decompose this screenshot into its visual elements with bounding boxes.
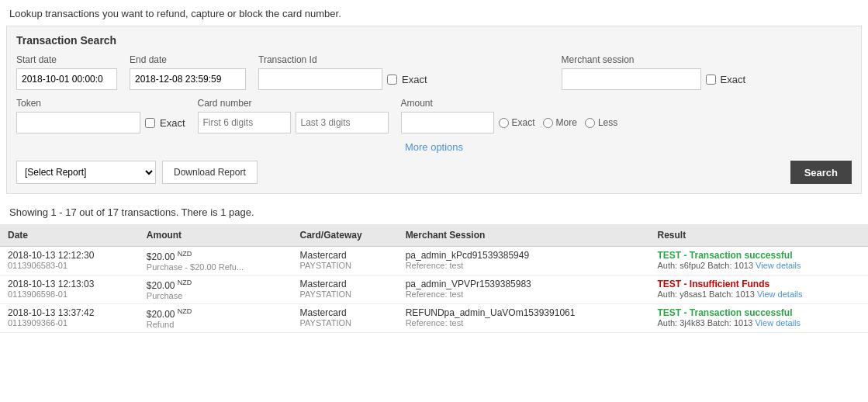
card-number-group: Card number bbox=[198, 98, 389, 133]
form-row-1: Start date End date Transaction Id Exact… bbox=[16, 54, 852, 90]
table-body: 2018-10-13 12:12:300113906583-01$20.00 N… bbox=[0, 247, 868, 333]
amount-exact-label[interactable]: Exact bbox=[499, 117, 535, 128]
row-result: TEST - Transaction successful bbox=[657, 250, 860, 261]
transaction-id-input[interactable] bbox=[258, 68, 382, 90]
col-result: Result bbox=[649, 224, 868, 247]
col-date: Date bbox=[0, 224, 139, 247]
row-merchant-sub: Reference: test bbox=[406, 318, 642, 327]
card-number-inline bbox=[198, 112, 389, 133]
view-details-link[interactable]: View details bbox=[757, 289, 803, 299]
amount-more-radio[interactable] bbox=[543, 118, 553, 128]
token-exact-group: Exact bbox=[145, 117, 185, 129]
merchant-session-exact-label: Exact bbox=[721, 74, 746, 85]
table-header: Date Amount Card/Gateway Merchant Sessio… bbox=[0, 224, 868, 247]
token-group: Token Exact bbox=[16, 98, 185, 133]
end-date-input[interactable] bbox=[130, 68, 246, 90]
transaction-id-label: Transaction Id bbox=[258, 54, 549, 65]
amount-group: Amount Exact More Less bbox=[401, 98, 852, 133]
view-details-link[interactable]: View details bbox=[755, 318, 801, 327]
search-button[interactable]: Search bbox=[790, 161, 852, 184]
row-amount: $20.00 NZD bbox=[147, 250, 285, 262]
table-header-row: Date Amount Card/Gateway Merchant Sessio… bbox=[0, 224, 868, 247]
row-merchant-sub: Reference: test bbox=[406, 289, 642, 299]
row-card-gateway: Mastercard bbox=[300, 250, 390, 261]
view-details-link[interactable]: View details bbox=[756, 261, 801, 270]
download-report-button[interactable]: Download Report bbox=[162, 161, 258, 184]
row-merchant-session: REFUNDpa_admin_UaVOm1539391061 bbox=[406, 307, 642, 318]
amount-more-label[interactable]: More bbox=[543, 117, 577, 128]
end-date-group: End date bbox=[130, 54, 246, 90]
merchant-session-label: Merchant session bbox=[562, 54, 852, 65]
row-result: TEST - Insufficient Funds bbox=[657, 279, 860, 289]
row-amount: $20.00 NZD bbox=[147, 307, 285, 320]
amount-inline: Exact More Less bbox=[401, 112, 852, 133]
row-card-gateway: Mastercard bbox=[300, 279, 390, 289]
action-row: [Select Report] Download Report Search bbox=[16, 161, 852, 184]
amount-input[interactable] bbox=[401, 112, 494, 133]
more-options-link[interactable]: More options bbox=[16, 141, 852, 153]
form-row-2: Token Exact Card number Amount bbox=[16, 98, 852, 133]
row-date: 2018-10-13 13:37:42 bbox=[8, 307, 131, 318]
amount-exact-radio[interactable] bbox=[499, 118, 509, 128]
row-auth: Auth: y8sas1 Batch: 1013 View details bbox=[657, 289, 860, 299]
row-date-ref: 0113906598-01 bbox=[8, 289, 131, 299]
search-panel: Transaction Search Start date End date T… bbox=[6, 26, 862, 194]
token-exact-label: Exact bbox=[160, 117, 185, 129]
row-date: 2018-10-13 12:12:30 bbox=[8, 250, 131, 261]
col-amount: Amount bbox=[139, 224, 292, 247]
row-result: TEST - Transaction successful bbox=[657, 307, 860, 318]
merchant-session-exact-group: Exact bbox=[706, 74, 746, 85]
row-date-ref: 0113906583-01 bbox=[8, 261, 131, 270]
start-date-label: Start date bbox=[16, 54, 117, 65]
row-card-gateway: Mastercard bbox=[300, 307, 390, 318]
row-date-ref: 0113909366-01 bbox=[8, 318, 131, 327]
row-auth: Auth: s6fpu2 Batch: 1013 View details bbox=[657, 261, 860, 270]
results-table: Date Amount Card/Gateway Merchant Sessio… bbox=[0, 224, 868, 333]
transaction-id-exact-group: Exact bbox=[387, 74, 427, 85]
card-number-last-input[interactable] bbox=[296, 112, 389, 133]
amount-radio-group: Exact More Less bbox=[499, 117, 618, 128]
token-label: Token bbox=[16, 98, 185, 109]
panel-title: Transaction Search bbox=[16, 34, 852, 47]
transaction-id-exact-checkbox[interactable] bbox=[387, 75, 397, 85]
row-amount-sub: Purchase - $20.00 Refu... bbox=[147, 262, 285, 272]
row-auth: Auth: 3j4k83 Batch: 1013 View details bbox=[657, 318, 860, 327]
merchant-session-input[interactable] bbox=[562, 68, 701, 90]
row-card-sub: PAYSTATION bbox=[300, 261, 390, 270]
token-inline: Exact bbox=[16, 112, 185, 133]
left-actions: [Select Report] Download Report bbox=[16, 161, 258, 184]
start-date-group: Start date bbox=[16, 54, 117, 90]
row-card-sub: PAYSTATION bbox=[300, 318, 390, 327]
token-input[interactable] bbox=[16, 112, 140, 133]
col-merchant-session: Merchant Session bbox=[398, 224, 650, 247]
table-row: 2018-10-13 12:12:300113906583-01$20.00 N… bbox=[0, 247, 868, 276]
row-merchant-sub: Reference: test bbox=[406, 261, 642, 270]
select-report-dropdown[interactable]: [Select Report] bbox=[16, 161, 156, 184]
end-date-label: End date bbox=[130, 54, 246, 65]
merchant-session-inline: Exact bbox=[562, 68, 852, 90]
results-summary: Showing 1 - 17 out of 17 transactions. T… bbox=[0, 200, 868, 224]
merchant-session-group: Merchant session Exact bbox=[562, 54, 852, 90]
row-amount-sub: Refund bbox=[147, 320, 285, 329]
row-amount-sub: Purchase bbox=[147, 291, 285, 300]
row-card-sub: PAYSTATION bbox=[300, 289, 390, 299]
transaction-id-group: Transaction Id Exact bbox=[258, 54, 549, 90]
amount-less-radio[interactable] bbox=[585, 118, 595, 128]
amount-less-label[interactable]: Less bbox=[585, 117, 617, 128]
card-number-label: Card number bbox=[198, 98, 389, 109]
amount-label: Amount bbox=[401, 98, 852, 109]
transaction-id-inline: Exact bbox=[258, 68, 549, 90]
row-merchant-session: pa_admin_kPcd91539385949 bbox=[406, 250, 642, 261]
row-date: 2018-10-13 12:13:03 bbox=[8, 279, 131, 289]
row-merchant-session: pa_admin_VPVPr1539385983 bbox=[406, 279, 642, 289]
page-description: Lookup transactions you want to refund, … bbox=[0, 0, 868, 26]
transaction-id-exact-label: Exact bbox=[402, 74, 427, 85]
card-number-first-input[interactable] bbox=[198, 112, 291, 133]
merchant-session-exact-checkbox[interactable] bbox=[706, 75, 716, 85]
row-amount: $20.00 NZD bbox=[147, 279, 285, 291]
token-exact-checkbox[interactable] bbox=[145, 118, 155, 128]
table-row: 2018-10-13 13:37:420113909366-01$20.00 N… bbox=[0, 304, 868, 333]
start-date-input[interactable] bbox=[16, 68, 117, 90]
col-card-gateway: Card/Gateway bbox=[292, 224, 398, 247]
table-row: 2018-10-13 12:13:030113906598-01$20.00 N… bbox=[0, 276, 868, 304]
